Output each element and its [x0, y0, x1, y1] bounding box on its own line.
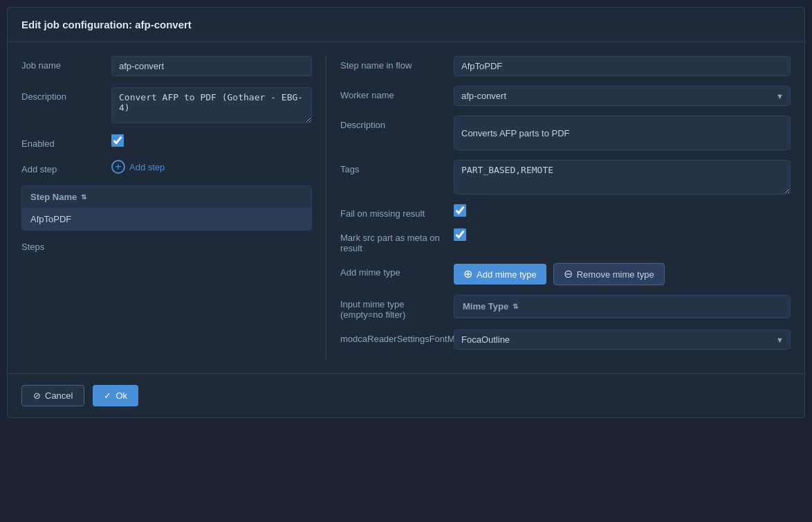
- remove-mime-btn-label: Remove mime type: [577, 269, 654, 280]
- ok-button[interactable]: ✓ Ok: [93, 385, 138, 406]
- reader-settings-select-wrapper: FocaOutline Embedded System ▼: [454, 330, 791, 350]
- input-mime-row: Input mime type (empty=no filter) Mime T…: [340, 295, 791, 320]
- steps-table-header: Step Name ⇅: [22, 186, 311, 208]
- right-description-input[interactable]: [454, 116, 791, 150]
- enabled-row: Enabled: [21, 134, 312, 149]
- job-name-input[interactable]: [111, 56, 312, 76]
- cancel-button[interactable]: ⊘ Cancel: [21, 385, 84, 406]
- steps-table: Step Name ⇅ AfpToPDF: [21, 186, 312, 231]
- cancel-icon: ⊘: [33, 390, 41, 401]
- fail-on-missing-checkbox[interactable]: [454, 204, 466, 217]
- mark-src-checkbox[interactable]: [454, 228, 466, 241]
- enabled-label: Enabled: [21, 134, 104, 149]
- worker-name-row: Worker name afp-convert ▼: [340, 86, 791, 106]
- dialog-footer: ⊘ Cancel ✓ Ok: [8, 373, 804, 417]
- edit-job-dialog: Edit job configuration: afp-convert Job …: [7, 7, 805, 418]
- worker-name-label: Worker name: [340, 86, 444, 100]
- worker-name-select[interactable]: afp-convert: [454, 86, 791, 106]
- step-name-input[interactable]: [454, 56, 791, 76]
- description-row: Description Convert AFP to PDF (Gothaer …: [21, 87, 312, 123]
- description-label: Description: [21, 87, 104, 102]
- tags-input[interactable]: PART_BASED,REMOTE: [454, 160, 791, 195]
- reader-settings-select[interactable]: FocaOutline Embedded System: [454, 330, 791, 350]
- mime-type-column-label: Mime Type: [463, 301, 508, 312]
- ok-label: Ok: [116, 390, 127, 401]
- table-row[interactable]: AfpToPDF: [22, 208, 311, 230]
- step-name-row: Step name in flow: [340, 56, 791, 76]
- ok-check-icon: ✓: [104, 390, 111, 401]
- fail-on-missing-label: Fail on missing result: [340, 204, 444, 219]
- right-description-label: Description: [340, 116, 444, 130]
- add-mime-button[interactable]: ⊕ Add mime type: [454, 264, 546, 285]
- add-step-row: Add step + Add step: [21, 160, 312, 174]
- sort-icon: ⇅: [81, 193, 86, 201]
- job-name-row: Job name: [21, 56, 312, 76]
- step-name-column-label: Step Name: [30, 192, 77, 202]
- mime-sort-icon: ⇅: [513, 303, 518, 310]
- add-mime-btn-label: Add mime type: [477, 269, 537, 280]
- right-description-row: Description: [340, 116, 791, 150]
- add-mime-label: Add mime type: [340, 263, 444, 278]
- dialog-title: Edit job configuration: afp-convert: [8, 8, 804, 42]
- add-step-btn-label: Add step: [129, 162, 165, 172]
- enabled-checkbox[interactable]: [111, 134, 124, 147]
- job-name-label: Job name: [21, 56, 104, 71]
- fail-on-missing-row: Fail on missing result: [340, 204, 791, 219]
- add-mime-row: Add mime type ⊕ Add mime type ⊖ Remove m…: [340, 263, 791, 285]
- add-mime-plus-icon: ⊕: [463, 269, 472, 280]
- steps-section-label: Steps: [21, 242, 312, 252]
- reader-settings-row: modcaReaderSettingsFontMode FocaOutline …: [340, 330, 791, 350]
- reader-settings-label: modcaReaderSettingsFontMode: [340, 330, 444, 344]
- add-step-label: Add step: [21, 160, 104, 174]
- left-panel: Job name Description Convert AFP to PDF …: [21, 56, 312, 359]
- dialog-body: Job name Description Convert AFP to PDF …: [8, 42, 804, 373]
- remove-mime-button[interactable]: ⊖ Remove mime type: [553, 263, 665, 285]
- mime-buttons-group: ⊕ Add mime type ⊖ Remove mime type: [454, 263, 791, 285]
- step-name-label: Step name in flow: [340, 56, 444, 71]
- mark-src-label: Mark src part as meta on result: [340, 228, 444, 253]
- mark-src-row: Mark src part as meta on result: [340, 228, 791, 253]
- right-panel: Step name in flow Worker name afp-conver…: [340, 56, 791, 359]
- tags-label: Tags: [340, 160, 444, 174]
- add-step-button[interactable]: + Add step: [111, 160, 165, 174]
- worker-name-select-wrapper: afp-convert ▼: [454, 86, 791, 106]
- input-mime-table-header: Mime Type ⇅: [454, 296, 790, 318]
- cancel-label: Cancel: [45, 390, 73, 401]
- tags-row: Tags PART_BASED,REMOTE: [340, 160, 791, 195]
- plus-circle-icon: +: [111, 160, 125, 174]
- remove-mime-minus-icon: ⊖: [564, 269, 573, 280]
- description-input[interactable]: Convert AFP to PDF (Gothaer - EBG-4): [111, 87, 312, 123]
- panel-divider: [326, 56, 326, 359]
- input-mime-table: Mime Type ⇅: [454, 295, 791, 318]
- input-mime-label: Input mime type (empty=no filter): [340, 295, 444, 320]
